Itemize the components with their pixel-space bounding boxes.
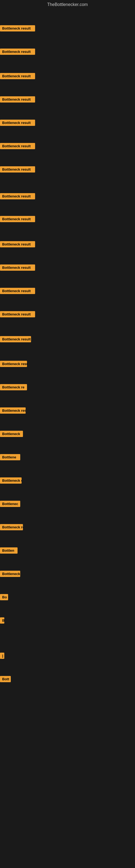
- bottleneck-row-19: Bottlene: [0, 454, 20, 461]
- bottleneck-badge-16[interactable]: Bottleneck re: [0, 384, 27, 390]
- bottleneck-badge-5[interactable]: Bottleneck result: [0, 120, 35, 126]
- bottleneck-badge-27[interactable]: |: [0, 653, 4, 659]
- bottleneck-badge-4[interactable]: Bottleneck result: [0, 96, 35, 102]
- bottleneck-badge-7[interactable]: Bottleneck result: [0, 166, 35, 173]
- bottleneck-badge-20[interactable]: Bottleneck e: [0, 477, 21, 484]
- bottleneck-badge-9[interactable]: Bottleneck result: [0, 216, 35, 222]
- bottleneck-row-28: Bott: [0, 676, 11, 683]
- bottleneck-badge-18[interactable]: Bottleneck: [0, 431, 23, 437]
- bottleneck-row-21: Bottlenec: [0, 501, 20, 508]
- bottleneck-badge-11[interactable]: Bottleneck result: [0, 265, 35, 271]
- bottleneck-badge-19[interactable]: Bottlene: [0, 454, 20, 460]
- bottleneck-row-22: Bottleneck re: [0, 524, 23, 531]
- bottleneck-badge-14[interactable]: Bottleneck result: [0, 336, 31, 342]
- bottleneck-badge-6[interactable]: Bottleneck result: [0, 143, 35, 149]
- bottleneck-badge-25[interactable]: Bo: [0, 594, 8, 600]
- bottleneck-badge-24[interactable]: Bottleneck: [0, 571, 20, 577]
- bottleneck-row-12: Bottleneck result: [0, 288, 35, 295]
- bottleneck-row-23: Bottlen: [0, 547, 17, 555]
- bottleneck-row-14: Bottleneck result: [0, 336, 31, 343]
- bottleneck-row-17: Bottleneck resu: [0, 407, 26, 415]
- bottleneck-row-20: Bottleneck e: [0, 477, 21, 485]
- site-title: TheBottlenecker.com: [0, 0, 135, 10]
- bottleneck-badge-15[interactable]: Bottleneck result: [0, 361, 27, 367]
- bottleneck-badge-8[interactable]: Bottleneck result: [0, 193, 35, 199]
- bottleneck-row-10: Bottleneck result: [0, 241, 35, 248]
- bottleneck-badge-21[interactable]: Bottlenec: [0, 501, 20, 507]
- bottleneck-badge-22[interactable]: Bottleneck re: [0, 524, 23, 530]
- bottleneck-badge-3[interactable]: Bottleneck result: [0, 73, 35, 79]
- bottleneck-row-8: Bottleneck result: [0, 193, 35, 200]
- bottleneck-row-25: Bo: [0, 594, 8, 601]
- bottleneck-badge-10[interactable]: Bottleneck result: [0, 241, 35, 247]
- bottleneck-row-5: Bottleneck result: [0, 120, 35, 127]
- bottleneck-badge-26[interactable]: B: [0, 617, 4, 624]
- bottleneck-badge-28[interactable]: Bott: [0, 676, 11, 682]
- bottleneck-badge-2[interactable]: Bottleneck result: [0, 49, 35, 55]
- bottleneck-row-15: Bottleneck result: [0, 361, 27, 368]
- bottleneck-badge-13[interactable]: Bottleneck result: [0, 311, 35, 317]
- bottleneck-row-7: Bottleneck result: [0, 166, 35, 174]
- bottleneck-badge-23[interactable]: Bottlen: [0, 547, 17, 554]
- bottleneck-row-6: Bottleneck result: [0, 143, 35, 150]
- bottleneck-row-13: Bottleneck result: [0, 311, 35, 318]
- bottleneck-row-4: Bottleneck result: [0, 96, 35, 104]
- bottleneck-row-9: Bottleneck result: [0, 216, 35, 223]
- bottleneck-row-11: Bottleneck result: [0, 265, 35, 272]
- bottleneck-row-3: Bottleneck result: [0, 73, 35, 80]
- bottleneck-row-18: Bottleneck: [0, 431, 23, 438]
- bottleneck-row-2: Bottleneck result: [0, 49, 35, 56]
- bottleneck-row-27: |: [0, 653, 4, 660]
- bottleneck-row-26: B: [0, 617, 4, 625]
- bottleneck-badge-12[interactable]: Bottleneck result: [0, 288, 35, 294]
- bottleneck-badge-17[interactable]: Bottleneck resu: [0, 407, 26, 414]
- bottleneck-row-1: Bottleneck result: [0, 25, 35, 33]
- bottleneck-row-24: Bottleneck: [0, 571, 20, 578]
- bottleneck-badge-1[interactable]: Bottleneck result: [0, 25, 35, 31]
- bottleneck-row-16: Bottleneck re: [0, 384, 27, 392]
